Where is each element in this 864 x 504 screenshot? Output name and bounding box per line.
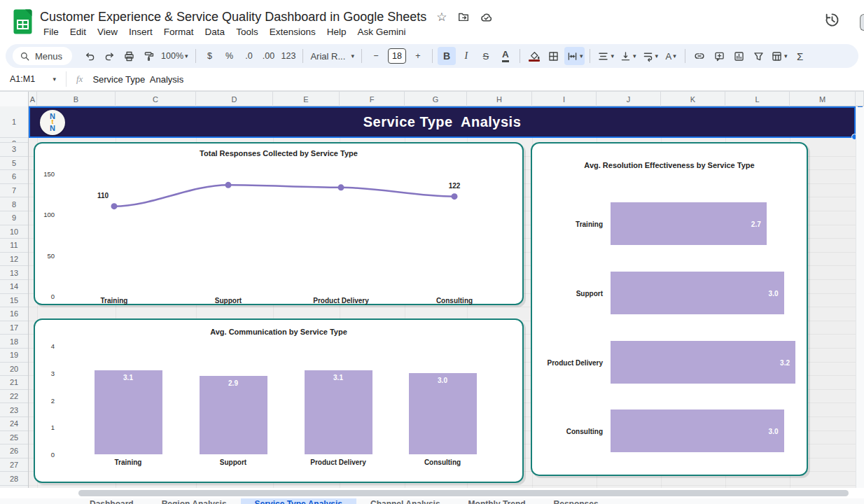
bold-button[interactable]: B — [438, 47, 456, 65]
menu-help[interactable]: Help — [322, 25, 351, 38]
google-sheets-logo-icon[interactable] — [13, 9, 32, 34]
row-header-23[interactable]: 23 — [0, 403, 28, 417]
share-button-partial[interactable] — [860, 14, 864, 31]
row-header-6[interactable]: 6 — [0, 170, 28, 184]
row-header-16[interactable]: 16 — [0, 307, 28, 321]
row-headers[interactable]: 1235678910111213141516171819202122232425… — [0, 106, 29, 488]
menu-insert[interactable]: Insert — [124, 25, 158, 38]
format-currency-button[interactable]: $ — [201, 47, 219, 65]
star-icon[interactable]: ☆ — [436, 11, 447, 23]
text-rotation-button[interactable]: A ▾ — [662, 47, 680, 65]
row-header-19[interactable]: 19 — [0, 349, 28, 363]
increase-decimal-button[interactable]: .00 — [260, 47, 278, 65]
cloud-saved-icon[interactable] — [480, 10, 493, 24]
menu-tools[interactable]: Tools — [231, 25, 263, 38]
row-header-3[interactable]: 3 — [0, 143, 28, 157]
document-title[interactable]: Customer Experience & Service Quality Da… — [40, 10, 426, 24]
font-select[interactable]: Arial R...▾ — [308, 47, 356, 65]
row-header-26[interactable]: 26 — [0, 444, 28, 458]
row-header-17[interactable]: 17 — [0, 321, 28, 335]
column-header-L[interactable]: L — [725, 92, 790, 106]
borders-button[interactable] — [545, 47, 563, 65]
horizontal-align-button[interactable]: ▾ — [595, 47, 616, 65]
column-header-E[interactable]: E — [273, 92, 340, 106]
chart-avg-communication[interactable]: Avg. Communication by Service Type 01234… — [34, 318, 524, 483]
formula-input[interactable]: Service Type Analysis — [92, 74, 183, 85]
row-header-25[interactable]: 25 — [0, 431, 28, 445]
banner-cell-a1-m1[interactable]: N t N Service Type Analysis — [29, 106, 856, 138]
insert-link-button[interactable] — [690, 47, 709, 65]
column-header-K[interactable]: K — [661, 92, 725, 106]
row-header-14[interactable]: 14 — [0, 280, 28, 294]
move-to-folder-icon[interactable] — [457, 10, 470, 23]
sheet-tab-responses[interactable]: Responses — [540, 498, 613, 504]
functions-button[interactable]: Σ — [791, 47, 809, 65]
text-wrapping-button[interactable]: ▾ — [640, 47, 661, 65]
format-percent-button[interactable]: % — [221, 47, 239, 65]
column-header-F[interactable]: F — [340, 92, 405, 106]
print-button[interactable] — [120, 47, 138, 65]
sheet-tab-service-type-analysis[interactable]: Service Type Analysis — [241, 498, 356, 504]
sheet-tab-monthly-trend[interactable]: Monthly Trend — [454, 498, 540, 504]
chart-total-responses[interactable]: Total Responses Collected by Service Typ… — [34, 142, 524, 305]
more-formats-button[interactable]: 123 — [279, 47, 298, 65]
column-headers[interactable]: ABCDEFGHIJKLM — [0, 91, 864, 106]
paint-format-button[interactable] — [139, 47, 158, 65]
menu-file[interactable]: File — [39, 25, 64, 38]
sheet-tab-channel-analysis[interactable]: Channel Analysis — [356, 498, 454, 504]
row-header-21[interactable]: 21 — [0, 376, 28, 390]
row-header-8[interactable]: 8 — [0, 197, 28, 211]
column-header-J[interactable]: J — [597, 92, 661, 106]
undo-button[interactable] — [81, 47, 99, 65]
merge-cells-button[interactable]: ▾ — [564, 47, 585, 65]
table-tools-button[interactable]: ▾ — [769, 47, 790, 65]
column-header-I[interactable]: I — [532, 92, 597, 106]
menu-extensions[interactable]: Extensions — [265, 25, 321, 38]
strikethrough-button[interactable]: S — [477, 47, 495, 65]
horizontal-scrollbar[interactable] — [0, 488, 864, 498]
row-header-20[interactable]: 20 — [0, 363, 28, 377]
column-header-A[interactable]: A — [29, 92, 37, 106]
row-header-2-partial[interactable]: 2 — [0, 138, 28, 143]
row-header-7[interactable]: 7 — [0, 184, 28, 198]
menu-data[interactable]: Data — [200, 25, 230, 38]
row-header-22[interactable]: 22 — [0, 390, 28, 404]
name-box[interactable]: A1:M1 ▾ — [0, 74, 62, 84]
vertical-scrollbar[interactable] — [856, 106, 864, 488]
zoom-select[interactable]: 100%▾ — [159, 47, 190, 65]
column-header-partial[interactable] — [856, 92, 864, 106]
column-header-D[interactable]: D — [196, 92, 273, 106]
row-header-5[interactable]: 5 — [0, 157, 28, 171]
version-history-icon[interactable] — [824, 12, 840, 28]
column-header-G[interactable]: G — [405, 92, 467, 106]
create-filter-button[interactable] — [749, 47, 767, 65]
row-header-18[interactable]: 18 — [0, 335, 28, 349]
insert-comment-button[interactable] — [710, 47, 728, 65]
row-header-9[interactable]: 9 — [0, 211, 28, 225]
menu-format[interactable]: Format — [159, 25, 199, 38]
redo-button[interactable] — [100, 47, 118, 65]
row-header-15[interactable]: 15 — [0, 294, 28, 308]
horizontal-scrollbar-thumb[interactable] — [78, 490, 849, 496]
decrease-font-size-button[interactable]: − — [367, 47, 385, 65]
row-header-24[interactable]: 24 — [0, 417, 28, 431]
sheet-tab-region-analysis[interactable]: Region Analysis — [148, 498, 241, 504]
spreadsheet-grid[interactable]: 1235678910111213141516171819202122232425… — [0, 106, 864, 488]
menu-ask-gemini[interactable]: Ask Gemini — [352, 25, 410, 38]
column-header-H[interactable]: H — [467, 92, 532, 106]
row-header-11[interactable]: 11 — [0, 239, 28, 253]
row-header-1[interactable]: 1 — [0, 106, 28, 138]
row-header-13[interactable]: 13 — [0, 266, 28, 280]
row-header-28[interactable]: 28 — [0, 472, 28, 486]
insert-chart-button[interactable] — [730, 47, 748, 65]
select-all-corner[interactable] — [0, 92, 29, 106]
decrease-decimal-button[interactable]: .0 — [240, 47, 258, 65]
menus-search-button[interactable]: Menus — [13, 47, 72, 65]
column-header-C[interactable]: C — [116, 92, 196, 106]
column-header-B[interactable]: B — [37, 92, 116, 106]
row-header-12[interactable]: 12 — [0, 253, 28, 267]
vertical-align-button[interactable]: ▾ — [618, 47, 639, 65]
font-size-input[interactable]: 18 — [388, 48, 406, 64]
menu-view[interactable]: View — [92, 25, 123, 38]
row-header-10[interactable]: 10 — [0, 225, 28, 239]
